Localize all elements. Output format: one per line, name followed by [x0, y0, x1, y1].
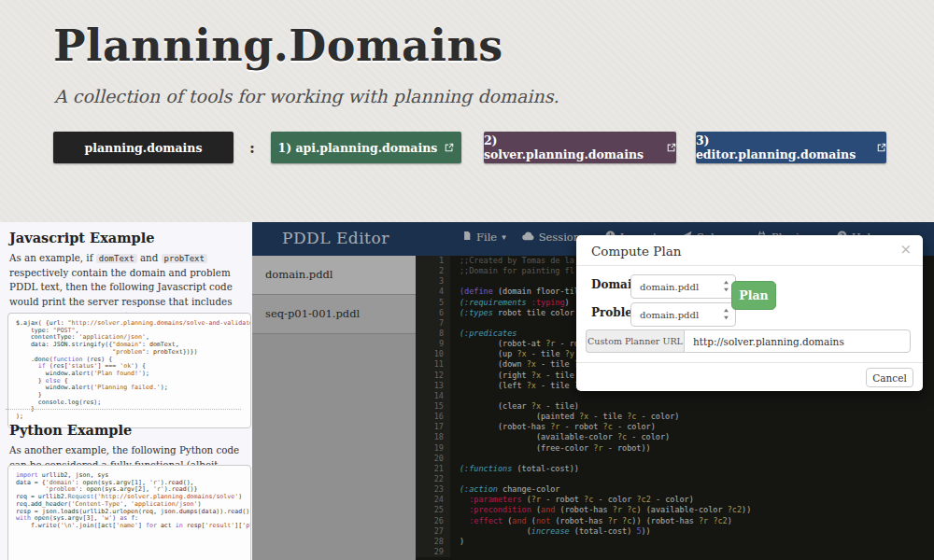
nav-button-solver.planning.domains[interactable]: 2) solver.planning.domains	[484, 132, 676, 163]
pddl-editor-screenshot: PDDL Editor File▾Session▾Import▾Solver▾P…	[252, 222, 934, 560]
text-token: );	[161, 384, 168, 391]
text-token: 'plan'	[242, 522, 251, 529]
nav-button-label: 2) solver.planning.domains	[484, 133, 659, 161]
js-example-heading: Javascript Example	[0, 222, 252, 249]
custom-planner-url-input[interactable]: http://solver.planning.domains	[684, 329, 911, 353]
plan-button[interactable]: Plan	[731, 281, 776, 310]
domain-select[interactable]: domain.pddl	[630, 274, 736, 299]
py-code-block: import urllib2, json, sysdata = {'domain…	[7, 465, 251, 560]
nav-button-api.planning.domains[interactable]: 1) api.planning.domains	[271, 132, 461, 163]
external-link-icon	[877, 143, 886, 152]
nav-button-label: 3) editor.planning.domains	[696, 133, 870, 161]
text-token: );	[142, 370, 149, 377]
text-token: As an example, if	[9, 252, 96, 263]
code-line: console.log(res);	[16, 399, 247, 407]
text-token: 'name'	[116, 522, 138, 529]
nav-button-label: planning.domains	[85, 141, 203, 155]
site-title: Planning.Domains	[53, 21, 503, 71]
close-icon[interactable]: ×	[899, 241, 912, 258]
modal-title: Compute Plan	[591, 244, 681, 259]
code-line: f.write('\n'.join([act['name'] for act i…	[16, 523, 247, 530]
js-code-block: $.ajax( {url: "http://solver.planning.do…	[7, 313, 251, 428]
nav-button-label: 1) api.planning.domains	[277, 141, 437, 155]
text-token: : probText})})	[146, 348, 198, 356]
select-arrows-icon	[723, 308, 729, 322]
external-link-icon	[667, 143, 676, 152]
text-token: "problem"	[112, 348, 146, 356]
text-token: and	[137, 252, 162, 263]
py-example-heading: Python Example	[0, 414, 252, 441]
site-subtitle: A collection of tools for working with p…	[54, 86, 559, 106]
section-divider	[6, 409, 241, 410]
text-token: ]	[138, 522, 146, 529]
cancel-button[interactable]: Cancel	[866, 368, 913, 387]
text-token: "http://solver.planning.domains/solve-an…	[68, 319, 251, 327]
domain-select-value: domain.pddl	[640, 282, 699, 292]
text-token: 'Planning failed.'	[93, 384, 160, 391]
modal-title-divider	[576, 265, 923, 266]
problem-select[interactable]: domain.pddl	[630, 302, 736, 327]
text-token: f.write(	[16, 522, 61, 529]
external-link-icon	[445, 143, 454, 152]
text-token: 'result'	[205, 522, 235, 529]
inline-code: probText	[162, 254, 207, 263]
custom-planner-label: Custom Planner URL	[586, 329, 684, 353]
inline-code: domText	[96, 254, 137, 263]
compute-plan-modal: Compute Plan × Domain domain.pddl Proble…	[576, 235, 923, 391]
text-token: )	[238, 493, 242, 500]
hero-section: Planning.Domains A collection of tools f…	[0, 0, 934, 222]
nav-button-editor.planning.domains[interactable]: 3) editor.planning.domains	[696, 132, 886, 163]
code-line: window.alert('Planning failed.');	[16, 385, 247, 392]
text-token: 'Plan found!'	[93, 370, 142, 377]
text-token: for	[146, 522, 157, 529]
code-line: }	[16, 406, 247, 413]
modal-footer-divider	[576, 362, 923, 363]
text-token: act	[157, 522, 176, 529]
examples-panel: Javascript Example As an example, if dom…	[0, 222, 252, 560]
text-token: resp[	[183, 522, 205, 529]
site-nav-buttons: planning.domains:1) api.planning.domains…	[53, 132, 886, 163]
nav-button-planning.domains[interactable]: planning.domains	[53, 132, 234, 163]
text-token: in	[176, 522, 183, 529]
nav-separator: :	[249, 139, 255, 157]
text-token: '\n'	[61, 522, 76, 529]
custom-planner-group: Custom Planner URL http://solver.plannin…	[586, 329, 911, 353]
page: Planning.Domains A collection of tools f…	[0, 0, 934, 560]
select-arrows-icon	[723, 280, 729, 294]
problem-select-value: domain.pddl	[640, 310, 699, 320]
text-token: .join([act[	[76, 522, 117, 529]
